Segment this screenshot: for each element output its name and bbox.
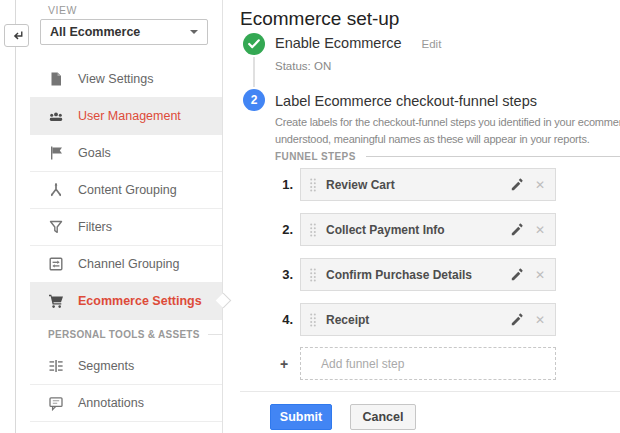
- funnel-step-row: 3. Confirm Purchase Details ✕: [275, 258, 556, 291]
- sidebar-item-goals[interactable]: Goals: [30, 135, 222, 172]
- funnel-step-row: 1. Review Cart ✕: [275, 168, 556, 201]
- funnel-step-number: 2.: [275, 222, 293, 237]
- funnel-step-value: Collect Payment Info: [326, 223, 445, 237]
- sidebar-item-label: View Settings: [78, 72, 154, 86]
- step1-status: Status: ON: [275, 60, 331, 72]
- remove-step-icon[interactable]: ✕: [535, 314, 545, 326]
- view-selector-dropdown[interactable]: All Ecommerce: [40, 19, 208, 45]
- flag-icon: [48, 145, 64, 161]
- sidebar-item-label: Content Grouping: [78, 183, 177, 197]
- funnel-step-value: Confirm Purchase Details: [326, 268, 472, 282]
- step2-description-line2: understood, meaningful names as these wi…: [275, 133, 590, 145]
- funnel-step-field[interactable]: Confirm Purchase Details ✕: [300, 258, 556, 291]
- annotations-icon: [48, 395, 64, 411]
- page-title: Ecommerce set-up: [240, 8, 399, 30]
- content-grouping-icon: [48, 182, 64, 198]
- sidebar-item-label: Channel Grouping: [78, 257, 179, 271]
- funnel-step-field[interactable]: Receipt ✕: [300, 303, 556, 336]
- step1-complete-badge: [243, 33, 265, 55]
- add-funnel-step-label: Add funnel step: [321, 357, 404, 371]
- sidebar-item-segments[interactable]: Segments: [30, 348, 222, 385]
- filter-icon: [48, 219, 64, 235]
- caret-down-icon: [190, 30, 198, 34]
- drag-handle-icon[interactable]: [309, 222, 317, 238]
- sidebar-menu: View Settings User Management Goals Cont…: [30, 61, 222, 422]
- edit-link[interactable]: Edit: [422, 38, 442, 50]
- selected-item-arrow: [216, 293, 232, 309]
- sidebar-item-label: Segments: [78, 359, 134, 373]
- left-rail-divider: [15, 0, 16, 433]
- sidebar-item-label: User Management: [78, 109, 181, 123]
- cart-icon: [48, 293, 64, 309]
- sidebar-item-user-management[interactable]: User Management: [30, 98, 222, 135]
- view-selector-value: All Ecommerce: [50, 25, 190, 39]
- document-icon: [48, 71, 64, 87]
- sidebar-item-label: Filters: [78, 220, 112, 234]
- funnel-step-number: 1.: [275, 177, 293, 192]
- step2-number: 2: [251, 93, 258, 107]
- sidebar-item-annotations[interactable]: Annotations: [30, 385, 222, 422]
- funnel-step-number: 4.: [275, 312, 293, 327]
- funnel-step-field[interactable]: Collect Payment Info ✕: [300, 213, 556, 246]
- step2-description-line1: Create labels for the checkout-funnel st…: [275, 116, 620, 128]
- funnel-step-row: 4. Receipt ✕: [275, 303, 556, 336]
- back-arrow-icon: [10, 29, 24, 42]
- section-header-rule: [208, 334, 222, 335]
- drag-handle-icon[interactable]: [309, 177, 317, 193]
- back-button[interactable]: [4, 24, 29, 47]
- sidebar-item-channel-grouping[interactable]: Channel Grouping: [30, 246, 222, 283]
- step2-title: Label Ecommerce checkout-funnel steps: [275, 93, 537, 109]
- section-header-label: PERSONAL TOOLS & ASSETS: [48, 329, 200, 340]
- funnel-step-row: 2. Collect Payment Info ✕: [275, 213, 556, 246]
- sidebar-item-content-grouping[interactable]: Content Grouping: [30, 172, 222, 209]
- add-funnel-step-row: + Add funnel step: [275, 347, 556, 380]
- add-funnel-step-button[interactable]: Add funnel step: [300, 347, 556, 380]
- funnel-step-value: Review Cart: [326, 178, 395, 192]
- remove-step-icon[interactable]: ✕: [535, 269, 545, 281]
- edit-pencil-icon[interactable]: [510, 313, 524, 327]
- step1-title: Enable Ecommerce: [275, 35, 402, 51]
- funnel-steps-rule: [366, 156, 620, 157]
- sidebar-item-label: Ecommerce Settings: [78, 294, 202, 308]
- plus-icon[interactable]: +: [275, 356, 293, 372]
- edit-pencil-icon[interactable]: [510, 223, 524, 237]
- sidebar-item-ecommerce-settings[interactable]: Ecommerce Settings: [30, 283, 222, 320]
- sidebar-item-view-settings[interactable]: View Settings: [30, 61, 222, 98]
- sidebar-main-divider: [222, 0, 223, 433]
- form-footer-divider: [240, 391, 620, 392]
- sidebar-item-label: Goals: [78, 146, 111, 160]
- users-icon: [48, 108, 64, 124]
- check-icon: [248, 39, 260, 49]
- step2-number-badge: 2: [243, 89, 265, 111]
- drag-handle-icon[interactable]: [309, 312, 317, 328]
- channel-grouping-icon: [48, 256, 64, 272]
- step-connector-line: [253, 57, 255, 87]
- edit-pencil-icon[interactable]: [510, 268, 524, 282]
- segments-icon: [48, 358, 64, 374]
- sidebar-item-filters[interactable]: Filters: [30, 209, 222, 246]
- drag-handle-icon[interactable]: [309, 267, 317, 283]
- funnel-step-value: Receipt: [326, 313, 369, 327]
- edit-pencil-icon[interactable]: [510, 178, 524, 192]
- view-section-label: VIEW: [48, 4, 77, 16]
- funnel-step-number: 3.: [275, 267, 293, 282]
- submit-button[interactable]: Submit: [270, 404, 332, 430]
- sidebar-item-label: Annotations: [78, 396, 144, 410]
- funnel-steps-label: FUNNEL STEPS: [275, 151, 356, 162]
- sidebar-section-header: PERSONAL TOOLS & ASSETS: [30, 320, 222, 348]
- remove-step-icon[interactable]: ✕: [535, 224, 545, 236]
- funnel-step-field[interactable]: Review Cart ✕: [300, 168, 556, 201]
- remove-step-icon[interactable]: ✕: [535, 179, 545, 191]
- cancel-button[interactable]: Cancel: [350, 404, 416, 430]
